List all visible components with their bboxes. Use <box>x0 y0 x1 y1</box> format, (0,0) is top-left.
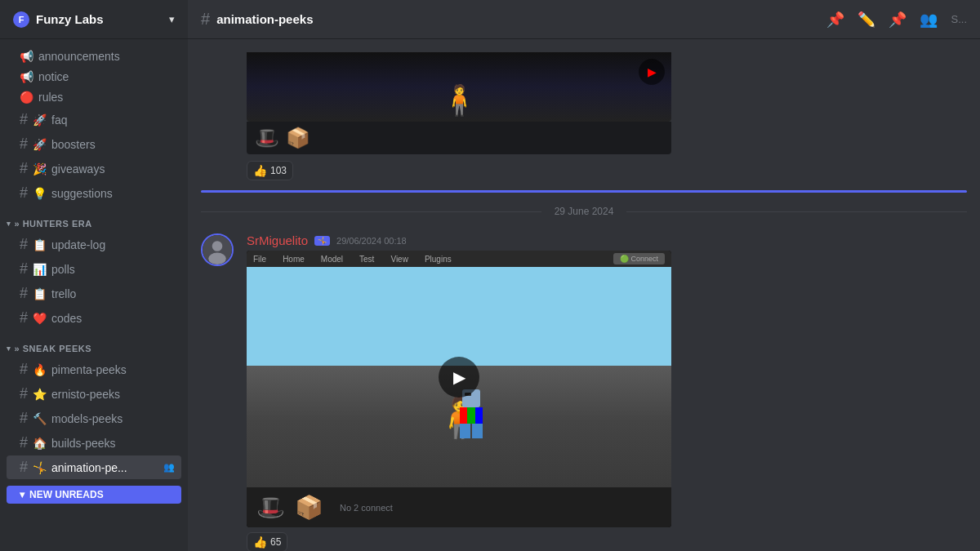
rocket-icon2: 🚀 <box>33 138 47 151</box>
hash-icon: # <box>20 236 28 253</box>
channel-item-suggestions[interactable]: # 💡 suggestions <box>7 181 181 205</box>
party-icon: 🎉 <box>33 162 47 176</box>
message-username: SrMiguelito <box>247 233 308 247</box>
studio-connect-btn[interactable]: 🟢 Connect <box>613 253 665 264</box>
hash-icon: # <box>20 111 28 128</box>
channel-item-announcements[interactable]: 📢 announcements <box>7 47 181 66</box>
new-unreads-label: NEW UNREADS <box>29 489 104 500</box>
bulb-icon: 💡 <box>33 187 47 200</box>
channel-name-label: pimenta-peeks <box>51 363 175 376</box>
announce-icon2: 📢 <box>20 70 33 83</box>
channel-name-label: models-peeks <box>51 412 175 425</box>
date-line-left <box>201 211 541 212</box>
channel-item-faq[interactable]: # 🚀 faq <box>7 108 181 131</box>
category-sneak-peeks[interactable]: ▾ » SNEAK PEEKS <box>0 331 188 357</box>
channel-item-trello[interactable]: # 📋 trello <box>7 282 181 305</box>
date-label: 29 June 2024 <box>548 206 621 217</box>
search-text[interactable]: S... <box>951 13 967 25</box>
channel-item-builds-peeks[interactable]: # 🏠 builds-peeks <box>7 431 181 455</box>
trello-icon: 📋 <box>33 287 47 300</box>
play-icon-partial[interactable]: ▶ <box>639 59 665 85</box>
toolbar-icons: 📌 ✏️ 📌 👥 S... <box>826 11 967 29</box>
channel-name-label: ernisto-peeks <box>51 388 175 401</box>
channel-item-codes[interactable]: # ❤️ codes <box>7 306 181 330</box>
channel-item-ernisto-peeks[interactable]: # ⭐ ernisto-peeks <box>7 382 181 406</box>
snake-logo-icon: 🎩 <box>255 127 279 149</box>
server-header[interactable]: F Funzy Labs ▾ <box>0 0 188 39</box>
channel-item-notice[interactable]: 📢 notice <box>7 67 181 87</box>
server-name-label: Funzy Labs <box>36 12 104 26</box>
channel-item-animation-peeks[interactable]: # 🤸 animation-pe... 👥 <box>7 455 181 479</box>
category-label: » SNEAK PEEKS <box>15 344 92 353</box>
hash-icon: # <box>20 136 28 153</box>
announce-icon: 📢 <box>20 50 33 63</box>
rocket-icon: 🚀 <box>33 113 47 127</box>
reaction-emoji-main: 👍 <box>253 535 267 549</box>
animation-icon: 🤸 <box>33 461 47 474</box>
embed-subtitle: No 2 connect <box>340 503 393 513</box>
channel-item-pimenta-peeks[interactable]: # 🔥 pimenta-peeks <box>7 358 181 381</box>
old-embed-bar: 🎩 📦 <box>247 122 671 154</box>
studio-menu-file: File <box>253 255 266 264</box>
new-unreads-button[interactable]: ▾ NEW UNREADS <box>7 486 181 504</box>
studio-menu-home: Home <box>283 255 305 264</box>
channel-name-label: suggestions <box>51 187 175 200</box>
star-icon: ⭐ <box>33 388 47 401</box>
date-line-right <box>626 211 967 212</box>
reaction-thumbsup[interactable]: 👍 103 <box>247 161 293 180</box>
studio-menu-view: View <box>390 255 408 264</box>
hammer-icon: 🔨 <box>33 412 47 425</box>
reaction-thumbsup-main[interactable]: 👍 65 <box>247 532 287 551</box>
message-srmiguelito: SrMiguelito 🤸 29/06/2024 00:18 File Home… <box>188 230 980 551</box>
play-button-overlay[interactable]: ▶ <box>439 357 479 398</box>
cube-logo-large-icon: 📦 <box>295 494 323 521</box>
message-timestamp: 29/06/2024 00:18 <box>336 236 407 246</box>
heart-icon: ❤️ <box>33 312 47 325</box>
studio-menu-model: Model <box>321 255 343 264</box>
chevron-down-icon: ▾ <box>20 489 24 500</box>
snake-logo-large-icon: 🎩 <box>256 494 285 521</box>
roblox-char-top: 🧍 <box>441 83 478 118</box>
fire-icon: 🔥 <box>33 363 47 376</box>
server-icon: F <box>13 11 29 28</box>
channel-name-label: polls <box>51 263 175 276</box>
channel-item-rules[interactable]: 🔴 rules <box>7 87 181 107</box>
channel-name-label: faq <box>51 113 175 127</box>
channel-item-update-log[interactable]: # 📋 update-log <box>7 233 181 256</box>
members-icon[interactable]: 👥 <box>920 11 938 29</box>
edit-icon[interactable]: ✏️ <box>858 11 875 29</box>
sidebar: F Funzy Labs ▾ 📢 announcements 📢 notice … <box>0 0 188 551</box>
bot-badge: 🤸 <box>314 236 330 246</box>
channel-item-models-peeks[interactable]: # 🔨 models-peeks <box>7 407 181 430</box>
video-frame: 🧍 <box>247 267 671 487</box>
channel-info: # animation-peeks <box>201 10 820 29</box>
pin-icon[interactable]: 📌 <box>826 11 844 29</box>
studio-menu-plugins: Plugins <box>425 255 452 264</box>
hash-icon: # <box>20 434 28 451</box>
channel-name-label: boosters <box>51 138 175 151</box>
video-embed[interactable]: File Home Model Test View Plugins 🟢 Conn… <box>247 251 671 527</box>
embed-logos: 🎩 📦 <box>255 127 310 149</box>
server-name: F Funzy Labs <box>13 11 104 28</box>
play-triangle-icon: ▶ <box>648 65 657 78</box>
date-divider-june29: 29 June 2024 <box>188 193 980 230</box>
messages-area[interactable]: ▶ 🧍 🎩 📦 👍 103 <box>188 39 980 551</box>
clipboard-icon: 📋 <box>33 238 47 251</box>
old-reactions: 👍 103 <box>188 158 980 190</box>
cube-logo-icon: 📦 <box>286 127 310 149</box>
boost-icon[interactable]: 📌 <box>889 11 906 29</box>
partial-video: ▶ 🧍 <box>247 52 671 122</box>
chevron-down-icon: ▾ <box>169 13 175 25</box>
channel-item-polls[interactable]: # 📊 polls <box>7 257 181 281</box>
category-arrow-icon2: ▾ <box>7 344 11 353</box>
channel-name-label: notice <box>38 70 175 83</box>
avatar-srmiguelito[interactable] <box>201 233 234 266</box>
studio-toolbar: File Home Model Test View Plugins 🟢 Conn… <box>247 251 671 267</box>
category-hunters-era[interactable]: ▾ » HUNTERS ERA <box>0 206 188 232</box>
category-arrow-icon: ▾ <box>7 220 11 228</box>
channel-name-label: giveaways <box>51 162 175 176</box>
channel-item-giveaways[interactable]: # 🎉 giveaways <box>7 157 181 180</box>
channel-item-boosters[interactable]: # 🚀 boosters <box>7 132 181 156</box>
hash-icon: # <box>20 184 28 202</box>
message-body: SrMiguelito 🤸 29/06/2024 00:18 File Home… <box>247 233 967 551</box>
